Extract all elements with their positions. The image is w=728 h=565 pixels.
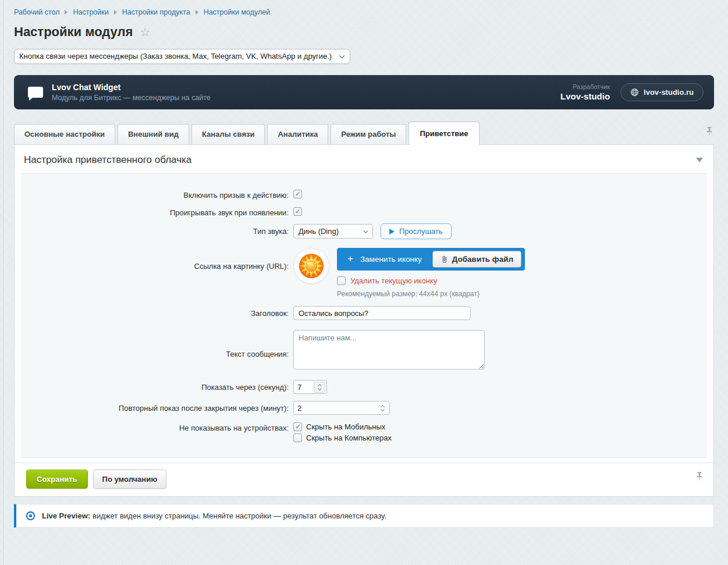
sun-icon: [298, 253, 325, 279]
size-hint: Рекомендуемый размер: 44x44 px (квадрат): [337, 290, 525, 298]
delay-spinner[interactable]: [314, 382, 325, 393]
breadcrumb-module-settings[interactable]: Настройки модулей: [204, 8, 271, 16]
page-title: Настройки модуля: [14, 24, 133, 40]
message-textarea[interactable]: Напишите нам...: [293, 330, 485, 369]
workspace-left-border: [3, 0, 3, 565]
chevron-down-icon: [339, 52, 345, 58]
developer-site-label: lvov-studio.ru: [644, 88, 694, 97]
module-select-value: Кнопка связи через мессенджеры (Заказ зв…: [19, 52, 332, 61]
save-button[interactable]: Сохранить: [26, 470, 88, 489]
module-banner: Lvov Chat Widget Модуль для Битрикс — ме…: [14, 75, 714, 109]
greeting-settings-panel: Включить призыв к действию: Проигрывать …: [22, 173, 706, 458]
developer-label: Разработчик: [560, 83, 610, 90]
banner-subtitle: Модуль для Битрикс — мессенджеры на сайт…: [52, 94, 211, 102]
live-preview-text: виджет виден внизу страницы. Меняйте нас…: [93, 511, 386, 520]
repeat-label: Повторный показ после закрытия через (ми…: [22, 404, 293, 413]
module-select[interactable]: Кнопка связи через мессенджеры (Заказ зв…: [14, 49, 350, 64]
banner-title: Lvov Chat Widget: [52, 83, 211, 92]
greeting-title-input[interactable]: [293, 306, 471, 320]
add-file-button[interactable]: Добавить файл: [432, 251, 521, 268]
section-title: Настройка приветственного облачка: [24, 154, 191, 166]
default-button[interactable]: По умолчанию: [93, 470, 167, 489]
repeat-input-box: [293, 401, 390, 415]
chat-bubble-icon: [28, 87, 43, 98]
breadcrumb-arrow-icon: [65, 10, 68, 15]
plus-icon: +: [347, 254, 353, 264]
hide-mobile-checkbox[interactable]: [293, 422, 302, 431]
tab-main-settings[interactable]: Основные настройки: [14, 124, 115, 144]
globe-icon: [630, 88, 639, 97]
image-url-label: Ссылка на картинку (URL):: [22, 248, 293, 271]
greeting-title-label: Заголовок:: [22, 309, 293, 318]
pin-icon[interactable]: [705, 126, 714, 136]
repeat-input[interactable]: [294, 404, 377, 413]
tab-appearance[interactable]: Внешний вид: [118, 124, 189, 144]
breadcrumb-arrow-icon: [196, 10, 198, 15]
breadcrumb-arrow-icon: [114, 10, 117, 15]
section-collapse-icon[interactable]: [696, 158, 703, 162]
delay-label: Показать через (секунд):: [22, 383, 293, 392]
breadcrumb-desktop[interactable]: Рабочий стол: [14, 8, 59, 16]
cta-label: Включить призыв к действию:: [22, 190, 293, 200]
listen-button-label: Прослушать: [399, 227, 443, 236]
pin-icon[interactable]: [695, 471, 704, 481]
chevron-down-icon: [363, 228, 368, 233]
tab-work-mode[interactable]: Режим работы: [331, 124, 406, 144]
live-preview-icon: [26, 511, 35, 521]
hide-mobile-label: Скрыть на Мобильных: [306, 422, 385, 431]
sound-type-label: Тип звука:: [22, 227, 293, 236]
breadcrumb-product-settings[interactable]: Настройки продукта: [122, 8, 190, 16]
tab-channels[interactable]: Каналы связи: [191, 124, 265, 144]
form-footer: Сохранить По умолчанию: [15, 463, 713, 496]
tab-analytics[interactable]: Аналитика: [267, 124, 328, 144]
devices-label: Не показывать на устройствах:: [22, 422, 293, 432]
developer-site-button[interactable]: lvov-studio.ru: [620, 83, 704, 101]
delete-icon-label: Удалить текущую иконку: [350, 276, 437, 285]
live-preview-title: Live Preview:: [42, 511, 90, 520]
hide-desktop-label: Скрыть на Компьютерах: [306, 433, 392, 442]
cta-checkbox[interactable]: [293, 190, 302, 198]
sound-type-value: Динь (Ding): [299, 227, 339, 236]
replace-icon-label: Заменить иконку: [360, 255, 422, 264]
developer-name: Lvov-studio: [560, 91, 610, 101]
sound-label: Проигрывать звук при появлении:: [22, 207, 293, 217]
delay-input-box: [293, 380, 327, 394]
delete-icon-checkbox[interactable]: [337, 276, 346, 285]
sound-checkbox[interactable]: [293, 207, 302, 216]
play-icon: [389, 229, 395, 234]
breadcrumb: Рабочий стол Настройки Настройки продукт…: [14, 8, 714, 16]
delay-input[interactable]: [294, 383, 314, 392]
hide-desktop-checkbox[interactable]: [293, 433, 302, 442]
add-file-label: Добавить файл: [452, 255, 513, 264]
current-icon-preview: [293, 248, 329, 284]
live-preview-bar: Live Preview:виджет виден внизу страницы…: [14, 504, 714, 528]
replace-icon-button[interactable]: + Заменить иконку Добавить файл: [337, 248, 525, 271]
favorite-star-icon[interactable]: ☆: [140, 26, 150, 38]
listen-button[interactable]: Прослушать: [381, 223, 452, 239]
tab-greeting[interactable]: Приветствие: [409, 122, 479, 145]
settings-content: Настройка приветственного облачка Включи…: [14, 144, 714, 497]
paperclip-icon: [441, 255, 448, 264]
sound-type-select[interactable]: Динь (Ding): [293, 224, 373, 239]
message-label: Текст сообщения:: [22, 330, 293, 358]
repeat-spinner[interactable]: [377, 403, 388, 414]
breadcrumb-settings[interactable]: Настройки: [73, 8, 108, 16]
settings-tabs: Основные настройки Внешний вид Каналы св…: [14, 122, 714, 144]
